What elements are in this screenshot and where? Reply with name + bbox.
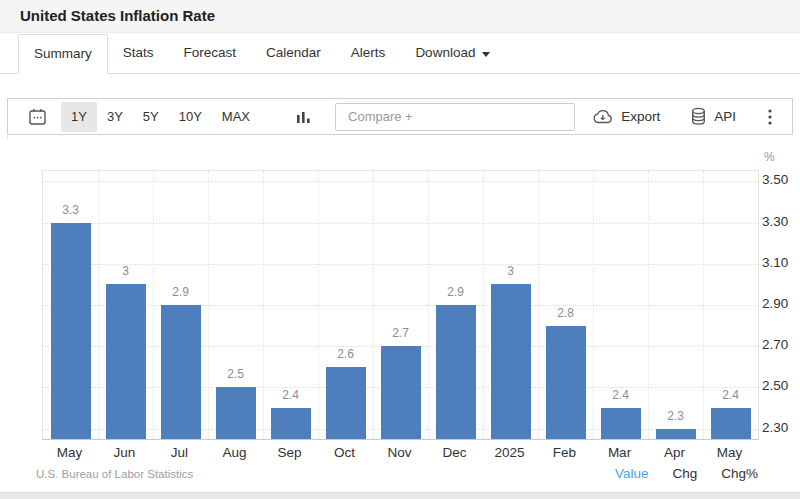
tab-bar: Summary Stats Forecast Calendar Alerts D… [0, 33, 800, 74]
bar-value-label: 3 [483, 264, 538, 278]
range-3y-button[interactable]: 3Y [97, 102, 133, 132]
x-tick-label: Sep [262, 444, 317, 462]
page-title: United States Inflation Rate [0, 0, 800, 32]
bar-value-label: 3.3 [43, 203, 98, 217]
bar[interactable] [491, 284, 531, 439]
x-tick-label: 2025 [482, 444, 537, 462]
x-tick-label: Oct [317, 444, 372, 462]
x-tick-label: Dec [427, 444, 482, 462]
value-link[interactable]: Value [615, 466, 649, 481]
api-label: API [714, 109, 736, 124]
tab-stats[interactable]: Stats [108, 33, 169, 73]
y-tick-label: 2.90 [762, 295, 788, 313]
v-gridline [428, 171, 429, 439]
bar-value-label: 2.4 [593, 388, 648, 402]
compare-input[interactable] [335, 103, 575, 131]
y-axis: 3.503.303.102.902.702.502.30 [762, 170, 800, 438]
x-tick-label: Jun [97, 444, 152, 462]
bar[interactable] [546, 326, 586, 439]
bar-chart-icon[interactable] [296, 109, 311, 125]
database-icon [690, 107, 707, 126]
v-gridline [483, 171, 484, 439]
chart-toolbar: 1Y 3Y 5Y 10Y MAX Export [7, 98, 793, 135]
bar-value-label: 2.5 [208, 367, 263, 381]
chart-section: % 3.332.92.52.42.62.72.932.82.42.32.4 3.… [0, 140, 800, 499]
bar-value-label: 2.6 [318, 347, 373, 361]
x-axis: MayJunJulAugSepOctNovDec2025FebMarAprMay [42, 444, 757, 462]
tab-summary[interactable]: Summary [18, 34, 108, 74]
h-gridline [43, 223, 758, 224]
bar-value-label: 2.9 [428, 285, 483, 299]
api-button[interactable]: API [690, 107, 736, 126]
x-tick-label: Jul [152, 444, 207, 462]
bar[interactable] [271, 408, 311, 439]
v-gridline [153, 171, 154, 439]
bottom-scrollbar[interactable] [0, 492, 800, 499]
x-tick-label: Mar [592, 444, 647, 462]
bar-value-label: 2.3 [648, 409, 703, 423]
range-max-button[interactable]: MAX [212, 102, 260, 132]
source-attribution: U.S. Bureau of Labor Statistics [36, 468, 193, 480]
plot-area: 3.332.92.52.42.62.72.932.82.42.32.4 [42, 170, 759, 440]
bar[interactable] [381, 346, 421, 439]
chg-link[interactable]: Chg [672, 466, 697, 481]
x-tick-label: Aug [207, 444, 262, 462]
v-gridline [648, 171, 649, 439]
h-gridline [43, 305, 758, 306]
bar[interactable] [656, 429, 696, 439]
tab-label: Forecast [184, 34, 237, 72]
tab-alerts[interactable]: Alerts [336, 33, 401, 73]
tab-calendar[interactable]: Calendar [251, 33, 336, 73]
y-tick-label: 2.30 [762, 419, 788, 437]
chg-pct-link[interactable]: Chg% [721, 466, 758, 481]
tab-download[interactable]: Download [400, 33, 505, 73]
export-label: Export [621, 109, 660, 124]
bar[interactable] [106, 284, 146, 439]
tab-label: Stats [123, 34, 154, 72]
tab-label: Download [415, 34, 475, 72]
export-button[interactable]: Export [591, 108, 660, 125]
h-gridline [43, 181, 758, 182]
range-10y-button[interactable]: 10Y [169, 102, 212, 132]
bar[interactable] [436, 305, 476, 439]
x-tick-label: May [42, 444, 97, 462]
bar-value-label: 2.4 [703, 388, 758, 402]
y-tick-label: 3.10 [762, 254, 788, 272]
bar-value-label: 2.9 [153, 285, 208, 299]
tab-label: Summary [34, 35, 92, 73]
range-1y-button[interactable]: 1Y [61, 102, 97, 132]
chevron-down-icon [482, 52, 490, 57]
y-tick-label: 2.50 [762, 377, 788, 395]
bar[interactable] [326, 367, 366, 439]
bar-value-label: 2.4 [263, 388, 318, 402]
y-tick-label: 3.30 [762, 213, 788, 231]
range-selector: 1Y 3Y 5Y 10Y MAX [61, 102, 260, 132]
range-5y-button[interactable]: 5Y [133, 102, 169, 132]
page: United States Inflation Rate Summary Sta… [0, 0, 800, 499]
calendar-icon[interactable] [28, 108, 47, 126]
v-gridline [318, 171, 319, 439]
bar[interactable] [51, 223, 91, 439]
y-axis-unit: % [764, 150, 775, 164]
tab-label: Alerts [351, 34, 386, 72]
bar[interactable] [216, 387, 256, 439]
cloud-download-icon [591, 108, 614, 125]
title-bar: United States Inflation Rate [0, 0, 800, 33]
x-tick-label: Nov [372, 444, 427, 462]
bar[interactable] [601, 408, 641, 439]
bar-value-label: 3 [98, 264, 153, 278]
footer-links: Value Chg Chg% [615, 466, 758, 481]
bar-value-label: 2.7 [373, 326, 428, 340]
x-tick-label: Apr [647, 444, 702, 462]
v-gridline [208, 171, 209, 439]
bar[interactable] [161, 305, 201, 439]
y-tick-label: 3.50 [762, 171, 788, 189]
tab-label: Calendar [266, 34, 321, 72]
bar[interactable] [711, 408, 751, 439]
x-tick-label: May [702, 444, 757, 462]
kebab-menu-icon[interactable] [768, 109, 772, 125]
v-gridline [98, 171, 99, 439]
tab-forecast[interactable]: Forecast [169, 33, 252, 73]
bar-value-label: 2.8 [538, 306, 593, 320]
v-gridline [373, 171, 374, 439]
